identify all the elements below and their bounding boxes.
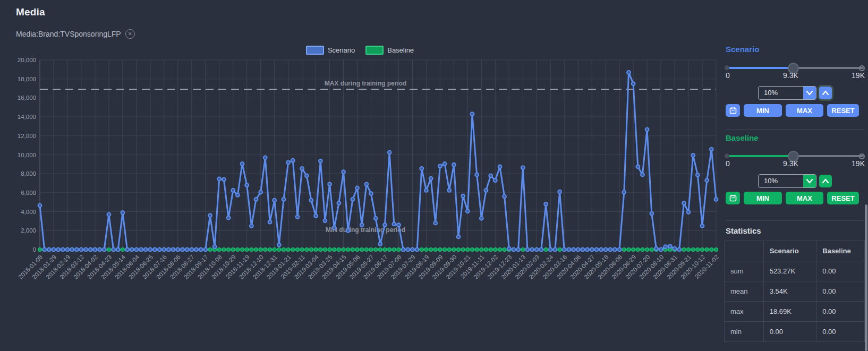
scenario-point[interactable] — [199, 248, 203, 252]
scenario-point[interactable] — [38, 204, 42, 208]
baseline-point[interactable] — [268, 248, 271, 251]
baseline-point[interactable] — [286, 248, 290, 251]
baseline-point[interactable] — [471, 248, 474, 251]
scenario-point[interactable] — [641, 173, 644, 177]
baseline-point[interactable] — [393, 248, 396, 251]
baseline-point[interactable] — [705, 248, 709, 251]
baseline-point[interactable] — [337, 248, 341, 251]
baseline-point[interactable] — [623, 248, 626, 251]
scenario-point[interactable] — [194, 248, 198, 252]
scenario-point[interactable] — [622, 191, 626, 194]
baseline-point[interactable] — [434, 248, 437, 251]
scenario-point[interactable] — [369, 192, 373, 195]
scenario-point[interactable] — [89, 248, 92, 252]
scenario-point[interactable] — [710, 148, 713, 151]
scenario-point[interactable] — [245, 183, 249, 187]
scenario-point[interactable] — [484, 189, 488, 192]
scenario-point[interactable] — [594, 248, 598, 252]
baseline-point[interactable] — [632, 248, 635, 251]
scenario-point[interactable] — [158, 248, 161, 252]
scenario-point[interactable] — [365, 182, 369, 186]
scenario-point[interactable] — [176, 248, 180, 252]
scenario-point[interactable] — [139, 248, 143, 252]
scenario-point[interactable] — [645, 127, 649, 131]
scenario-point[interactable] — [374, 217, 378, 220]
scenario-point[interactable] — [489, 174, 492, 177]
scenario-point[interactable] — [250, 224, 253, 228]
scenario-point[interactable] — [558, 190, 561, 194]
vertical-scrollbar-thumb[interactable] — [865, 204, 867, 351]
scenario-point[interactable] — [654, 247, 658, 251]
scenario-point[interactable] — [461, 194, 465, 198]
scenario-reset-button[interactable]: RESET — [827, 104, 859, 117]
scenario-point[interactable] — [324, 219, 327, 222]
baseline-point[interactable] — [388, 248, 391, 251]
scenario-point[interactable] — [213, 245, 217, 249]
scenario-point[interactable] — [581, 248, 585, 252]
baseline-point[interactable] — [296, 248, 299, 251]
scenario-point[interactable] — [296, 215, 300, 219]
baseline-step-up-button[interactable] — [819, 175, 832, 187]
chevron-down-icon[interactable] — [803, 87, 816, 99]
scenario-point[interactable] — [516, 248, 520, 252]
scenario-point[interactable] — [135, 248, 139, 252]
scenario-point[interactable] — [696, 173, 700, 177]
scenario-point[interactable] — [236, 193, 240, 197]
scenario-point[interactable] — [507, 247, 511, 251]
scenario-point[interactable] — [433, 221, 437, 225]
baseline-point[interactable] — [374, 248, 377, 251]
scenario-point[interactable] — [585, 248, 589, 252]
scenario-point[interactable] — [93, 248, 97, 252]
scenario-point[interactable] — [411, 248, 414, 252]
scenario-point[interactable] — [544, 202, 548, 206]
baseline-point[interactable] — [438, 248, 441, 251]
scenario-point[interactable] — [337, 201, 341, 205]
baseline-point[interactable] — [360, 248, 363, 251]
baseline-point[interactable] — [351, 248, 354, 251]
scenario-point[interactable] — [217, 177, 221, 181]
scenario-point[interactable] — [305, 174, 309, 177]
baseline-point[interactable] — [227, 248, 230, 251]
scenario-point[interactable] — [342, 170, 345, 174]
scenario-point[interactable] — [475, 173, 479, 177]
baseline-point[interactable] — [489, 248, 492, 251]
scenario-point[interactable] — [415, 248, 419, 252]
baseline-point[interactable] — [342, 248, 345, 251]
baseline-point[interactable] — [452, 248, 455, 251]
baseline-point[interactable] — [466, 248, 469, 251]
baseline-point[interactable] — [645, 248, 649, 251]
scenario-point[interactable] — [438, 165, 442, 168]
scenario-point[interactable] — [277, 243, 281, 247]
scenario-point[interactable] — [632, 82, 635, 85]
scenario-point[interactable] — [701, 224, 704, 228]
scenario-point[interactable] — [203, 248, 207, 252]
baseline-point[interactable] — [424, 248, 428, 251]
scenario-point[interactable] — [599, 248, 603, 252]
scenario-point[interactable] — [208, 213, 212, 217]
baseline-point[interactable] — [319, 248, 322, 251]
baseline-point[interactable] — [397, 248, 400, 251]
scenario-point[interactable] — [103, 248, 106, 252]
scenario-point[interactable] — [677, 248, 681, 252]
scenario-point[interactable] — [254, 198, 258, 201]
baseline-point[interactable] — [475, 248, 479, 251]
baseline-point[interactable] — [236, 248, 239, 251]
scenario-point[interactable] — [360, 223, 364, 227]
scenario-point[interactable] — [576, 248, 580, 252]
baseline-point[interactable] — [38, 248, 41, 251]
baseline-point[interactable] — [682, 248, 685, 251]
scenario-point[interactable] — [663, 245, 667, 249]
scenario-point[interactable] — [42, 248, 46, 252]
baseline-point[interactable] — [420, 248, 423, 251]
scenario-point[interactable] — [66, 248, 70, 252]
scenario-point[interactable] — [447, 189, 451, 192]
scenario-point[interactable] — [355, 186, 359, 190]
baseline-point[interactable] — [544, 248, 547, 251]
baseline-point[interactable] — [218, 248, 221, 251]
scenario-point[interactable] — [406, 248, 410, 252]
scenario-point[interactable] — [383, 223, 387, 227]
scenario-point[interactable] — [80, 248, 83, 252]
scenario-percent-select[interactable]: 10% — [758, 86, 816, 100]
scenario-point[interactable] — [549, 248, 552, 252]
scenario-point[interactable] — [185, 248, 189, 252]
